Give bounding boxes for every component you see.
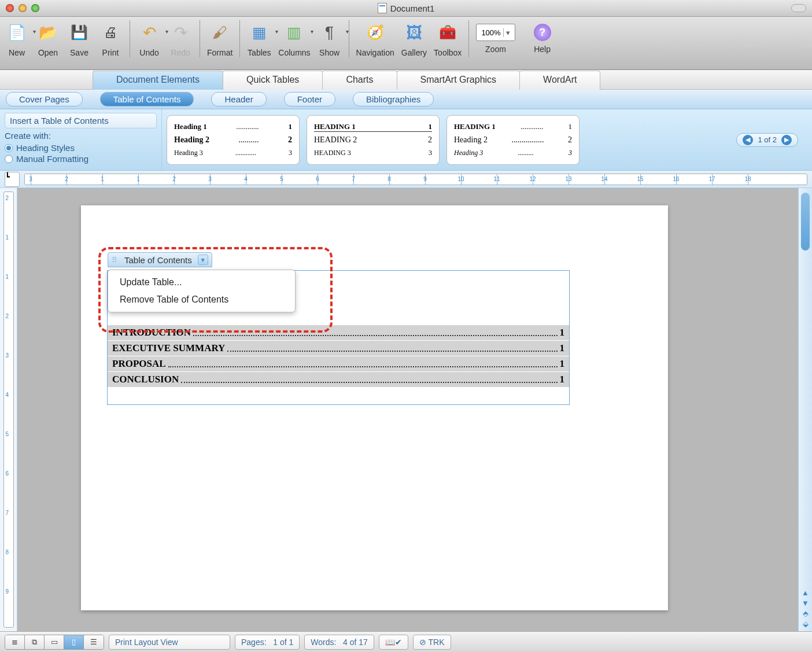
view-draft-button[interactable]: ≣ [5,635,25,649]
view-buttons: ≣ ⧉ ▭ ▯ ☰ [5,635,104,650]
tab-quick-tables[interactable]: Quick Tables [223,71,323,90]
navigation-button[interactable]: 🧭Navigation [356,20,394,57]
menu-remove-toc[interactable]: Remove Table of Contents [108,291,295,308]
open-icon: 📂 [36,20,60,45]
tables-button[interactable]: ▦Tables [247,20,271,57]
view-outline-button[interactable]: ⧉ [25,635,45,649]
toc-field-handle[interactable]: ⠿ Table of Contents ▼ [108,252,212,267]
bibliographies-button[interactable]: Bibliographies [353,92,434,106]
tab-smartart[interactable]: SmartArt Graphics [397,71,521,90]
gallery-item[interactable]: HEADING 11 HEADING 22 HEADING 33 [307,115,440,165]
radio-dot-icon [5,155,13,163]
cover-pages-button[interactable]: Cover Pages [6,92,83,106]
table-of-contents-button[interactable]: Table of Contents [100,92,194,106]
format-icon: 🖌 [208,20,232,45]
spellcheck-button[interactable]: 📖✔ [379,635,408,650]
toc-entry[interactable]: CONCLUSION1 [108,371,569,387]
trk-button[interactable]: ⊘ TRK [413,635,451,650]
grip-icon[interactable]: ⠿ [112,256,119,264]
toolbar-pill-button[interactable] [791,4,806,12]
view-label[interactable]: Print Layout View [109,635,230,650]
toc-dropdown-button[interactable]: ▼ [198,255,208,265]
vertical-scrollbar[interactable]: ▲ ▼ ⬘ ⬙ [798,188,812,631]
tab-charts[interactable]: Charts [322,71,397,90]
titlebar: Document1 [0,0,812,17]
window-title: Document1 [0,3,812,13]
gallery-pager: ◀ 1 of 2 ▶ [736,133,798,147]
document-area: 21123456789 ⠿ Table of Contents ▼ Update… [0,188,812,631]
new-button[interactable]: 📄New [5,20,29,57]
format-button[interactable]: 🖌Format [207,20,240,57]
redo-icon: ↷ [168,20,193,45]
pager-label: 1 of 2 [758,135,777,144]
print-icon: 🖨 [98,20,123,45]
header-button[interactable]: Header [211,92,266,106]
menu-update-table[interactable]: Update Table... [108,274,295,291]
insert-toc-header: Insert a Table of Contents [5,113,157,128]
view-publishing-button[interactable]: ▭ [45,635,64,649]
create-with-label: Create with: [5,131,157,141]
toc-entry[interactable]: EXECUTIVE SUMMARY1 [108,340,569,356]
zoom-control[interactable]: 100%▾ Zoom [476,20,515,54]
toc-field[interactable]: ⠿ Table of Contents ▼ Update Table... Re… [107,270,570,405]
status-bar: ≣ ⧉ ▭ ▯ ☰ Print Layout View Pages: 1 of … [0,631,812,652]
open-button[interactable]: 📂Open [36,20,60,57]
columns-button[interactable]: ▥Columns [278,20,310,57]
tab-document-elements[interactable]: Document Elements [93,71,223,90]
new-icon: 📄 [5,20,29,45]
view-notebook-button[interactable]: ☰ [84,635,104,649]
help-icon: ? [534,24,551,41]
radio-manual-formatting[interactable]: Manual Formatting [5,154,157,164]
radio-heading-styles[interactable]: Heading Styles [5,143,157,153]
vertical-ruler-gutter: 21123456789 [0,188,17,631]
horizontal-ruler[interactable]: 321123456789101112131415161718 [24,174,807,185]
toolbox-button[interactable]: 🧰Toolbox [434,20,469,57]
ribbon-tabs: Document Elements Quick Tables Charts Sm… [0,70,812,90]
toc-entry[interactable]: PROPOSAL1 [108,356,569,371]
document-icon [378,3,387,13]
toc-options-panel: Insert a Table of Contents Create with: … [0,109,162,170]
undo-button[interactable]: ↶Undo [137,20,161,57]
ruler-row: ┗ 321123456789101112131415161718 [0,171,812,188]
pager-prev-button[interactable]: ◀ [743,135,753,145]
toolbox-icon: 🧰 [435,20,460,45]
show-icon: ¶ [318,20,342,45]
radio-dot-icon [5,144,13,152]
tables-icon: ▦ [247,20,271,45]
save-button[interactable]: 💾Save [67,20,91,57]
show-button[interactable]: ¶Show [318,20,349,57]
view-print-layout-button[interactable]: ▯ [64,635,84,649]
help-button[interactable]: ?Help [534,20,551,54]
gallery-icon: 🖼 [402,20,426,45]
print-button[interactable]: 🖨Print [98,20,130,57]
scroll-up-icon[interactable]: ▲ [799,588,812,599]
footer-button[interactable]: Footer [284,92,335,106]
navigation-icon: 🧭 [363,20,387,45]
toc-gallery: Heading 1............1 Heading 2........… [162,109,812,170]
redo-button[interactable]: ↷Redo [168,20,200,57]
document-canvas[interactable]: ⠿ Table of Contents ▼ Update Table... Re… [17,188,798,631]
columns-icon: ▥ [282,20,307,45]
gallery-button[interactable]: 🖼Gallery [401,20,427,57]
words-field[interactable]: Words: 4 of 17 [304,635,374,650]
scroll-down-icon[interactable]: ▼ [799,599,812,609]
vertical-ruler[interactable]: 21123456789 [3,191,14,628]
main-toolbar: 📄New 📂Open 💾Save 🖨Print ↶Undo ↷Redo 🖌For… [0,17,812,70]
sub-ribbon: Cover Pages Table of Contents Header Foo… [0,90,812,109]
next-page-icon[interactable]: ⬙ [799,620,812,630]
pages-field[interactable]: Pages: 1 of 1 [235,635,300,650]
scrollbar-thumb[interactable] [801,193,810,251]
toc-handle-label: Table of Contents [121,255,195,265]
toc-options-row: Insert a Table of Contents Create with: … [0,109,812,171]
save-icon: 💾 [67,20,91,45]
pager-next-button[interactable]: ▶ [781,135,792,145]
zoom-value: 100% [479,28,503,37]
chevron-down-icon[interactable]: ▾ [503,28,512,37]
tab-selector[interactable]: ┗ [5,172,20,187]
window-title-text: Document1 [390,3,435,13]
gallery-item[interactable]: HEADING 1............1 Heading 2........… [446,115,580,165]
gallery-item[interactable]: Heading 1............1 Heading 2........… [167,115,300,165]
prev-page-icon[interactable]: ⬘ [799,609,812,620]
tab-wordart[interactable]: WordArt [519,71,600,90]
toc-entry[interactable]: INTRODUCTION1 [108,325,569,340]
